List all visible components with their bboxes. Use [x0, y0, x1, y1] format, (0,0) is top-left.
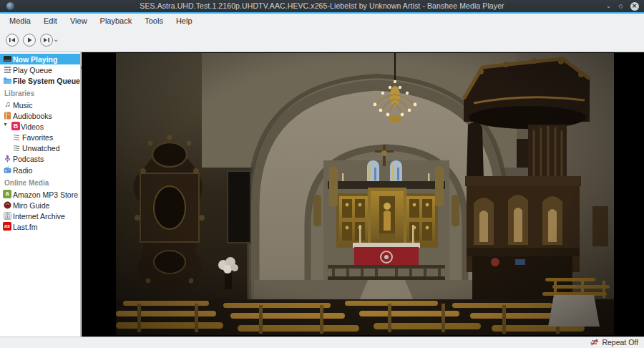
sidebar-item-label: Radio — [13, 166, 32, 175]
sidebar-item-label: Play Queue — [13, 66, 52, 74]
sidebar-item-radio[interactable]: Radio — [0, 165, 80, 175]
sidebar-item-internet-archive[interactable]: Internet Archive — [0, 211, 80, 221]
sidebar-item-label: Videos — [21, 122, 44, 131]
folder-icon — [3, 76, 12, 85]
source-sidebar: Now Playing Play Queue File System Queue… — [0, 52, 81, 337]
video-content — [116, 53, 614, 335]
sidebar-item-label: File System Queue — [13, 77, 80, 85]
sidebar-item-audiobooks[interactable]: Audiobooks — [0, 110, 80, 121]
previous-button[interactable] — [6, 34, 19, 47]
play-pause-button[interactable] — [23, 34, 36, 47]
audiobook-icon — [3, 111, 12, 120]
podcast-microphone-icon — [3, 154, 12, 163]
menu-edit[interactable]: Edit — [37, 14, 64, 29]
sidebar-item-label: Internet Archive — [13, 212, 65, 221]
sidebar-item-favorites[interactable]: Favorites — [0, 132, 80, 142]
sidebar-item-miro-guide[interactable]: Miro Guide — [0, 200, 80, 211]
play-queue-icon — [3, 65, 12, 74]
sidebar-item-play-queue[interactable]: Play Queue — [0, 64, 80, 75]
toolbar: ⌄ 0:52 of 1:49 B SES.Astra.UHD.Test.1.21… — [0, 29, 644, 52]
amazon-icon: a — [3, 190, 12, 199]
smart-playlist-icon — [12, 143, 21, 153]
play-icon — [26, 37, 33, 44]
miro-icon — [3, 200, 12, 210]
window-title: SES.Astra.UHD.Test.1.2160p.UHDTV.AAC.HEV… — [0, 1, 644, 10]
close-button[interactable]: ✕ — [629, 1, 640, 11]
repeat-off-icon — [590, 338, 599, 347]
videos-icon: B — [11, 122, 21, 131]
maximize-button[interactable]: ◇ — [615, 1, 626, 11]
sidebar-item-podcasts[interactable]: Podcasts — [0, 153, 80, 164]
sidebar-item-label: Audiobooks — [13, 112, 52, 120]
lastfm-icon: as — [3, 222, 12, 231]
sidebar-item-label: Now Playing — [13, 55, 57, 64]
radio-icon — [3, 165, 12, 175]
archive-building-icon — [3, 211, 12, 221]
sidebar-item-label: Last.fm — [13, 223, 37, 231]
smart-playlist-icon — [12, 132, 21, 142]
sidebar-item-music[interactable]: ♫ Music — [0, 100, 80, 110]
menu-playback[interactable]: Playback — [94, 14, 139, 29]
menubar: Media Edit View Playback Tools Help — [0, 14, 644, 29]
statusbar: Repeat Off — [0, 337, 644, 348]
menu-media[interactable]: Media — [3, 14, 37, 29]
section-header-libraries: Libraries — [0, 89, 80, 98]
main-area: Now Playing Play Queue File System Queue… — [0, 52, 644, 337]
sidebar-item-label: Favorites — [22, 133, 53, 142]
sidebar-item-unwatched[interactable]: Unwatched — [0, 142, 80, 153]
menu-help[interactable]: Help — [170, 14, 199, 29]
close-icon: ✕ — [630, 2, 639, 11]
next-button[interactable] — [40, 34, 53, 47]
sidebar-item-label: Music — [13, 101, 32, 110]
next-icon — [43, 37, 50, 44]
section-header-online-media: Online Media — [0, 178, 80, 188]
titlebar: SES.Astra.UHD.Test.1.2160p.UHDTV.AAC.HEV… — [0, 0, 644, 12]
playback-options-chevron-icon[interactable]: ⌄ — [53, 35, 59, 43]
expander-icon[interactable]: ▼ — [3, 122, 8, 127]
repeat-label: Repeat Off — [602, 338, 638, 347]
sidebar-item-now-playing[interactable]: Now Playing — [0, 54, 80, 64]
now-playing-icon — [3, 54, 12, 64]
sidebar-item-label: Podcasts — [13, 155, 44, 163]
sidebar-item-lastfm[interactable]: as Last.fm — [0, 221, 80, 232]
minimize-button[interactable]: ⌄ — [603, 1, 614, 11]
video-letterbox — [82, 52, 644, 337]
queue-count-badge: 2 — [80, 77, 81, 84]
sidebar-item-amazon-mp3-store[interactable]: a Amazon MP3 Store — [0, 189, 80, 200]
music-note-icon: ♫ — [3, 100, 12, 109]
banshee-window: SES.Astra.UHD.Test.1.2160p.UHDTV.AAC.HEV… — [0, 0, 644, 348]
video-frame[interactable] — [116, 53, 614, 335]
menu-view[interactable]: View — [64, 14, 94, 29]
sidebar-item-label: Amazon MP3 Store — [13, 190, 78, 199]
previous-icon — [9, 37, 16, 44]
sidebar-item-label: Miro Guide — [13, 201, 49, 210]
sidebar-item-label: Unwatched — [22, 144, 60, 153]
repeat-toggle[interactable]: Repeat Off — [590, 338, 638, 347]
sidebar-item-file-system-queue[interactable]: File System Queue 2 — [0, 75, 80, 86]
sidebar-item-videos[interactable]: ▼ B Videos — [0, 121, 80, 132]
menu-tools[interactable]: Tools — [138, 14, 170, 29]
